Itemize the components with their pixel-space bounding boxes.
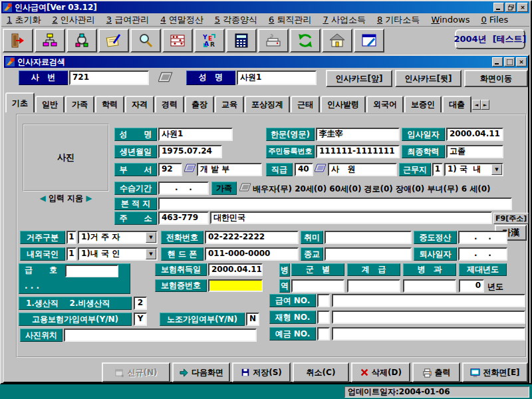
refresh-button[interactable] (290, 29, 321, 53)
memo-button[interactable] (98, 29, 129, 53)
minimize-button[interactable] (493, 3, 504, 12)
grade-field[interactable] (65, 265, 118, 277)
rank-code-field[interactable]: 40 (295, 163, 313, 176)
tab-item[interactable]: 외국어 (366, 96, 404, 112)
menu-item[interactable]: 1 초기화 (7, 14, 41, 26)
menu-item-windows[interactable]: Windows (431, 15, 469, 25)
tab-item[interactable]: 대출 (442, 96, 471, 112)
military-branch-field[interactable] (291, 279, 344, 293)
f9-address-button[interactable]: F9[주소] (493, 213, 529, 224)
menu-item[interactable]: 7 사업소득 (323, 14, 366, 26)
production-field[interactable]: 2 (134, 297, 147, 310)
chevron-down-icon[interactable]: ▼ (146, 232, 156, 243)
pay-no-code-field[interactable] (317, 294, 330, 307)
hire-date-field[interactable]: 2000.04.11 (446, 128, 503, 141)
exit-button[interactable] (3, 29, 33, 53)
save-button[interactable]: 저장(S) (232, 362, 291, 382)
nationality-dropdown[interactable]: 1)내 국 인▼ (78, 247, 158, 261)
probation-field[interactable]: . . (158, 182, 209, 195)
address-field[interactable]: 대한민국 (210, 211, 492, 224)
phone-field[interactable]: 02-222-2222 (205, 231, 299, 244)
union-field[interactable]: N (246, 313, 259, 326)
network-button[interactable] (66, 29, 97, 53)
deposit-no-code-field[interactable] (317, 327, 330, 340)
delete-button[interactable]: 삭제(D) (351, 362, 410, 382)
lookup-icon[interactable] (315, 164, 327, 173)
window-edit-button[interactable] (354, 29, 384, 53)
residence-code-field[interactable]: 1 (66, 231, 76, 244)
tab-item[interactable]: 포상징계 (245, 96, 290, 112)
card-back-button[interactable]: 인사카드[뒷] (395, 70, 462, 87)
dept-name-field[interactable]: 개 발 부 (197, 163, 262, 176)
chevron-down-icon[interactable]: ▼ (146, 249, 156, 259)
hanja-field[interactable]: 李圭宰 (316, 128, 400, 141)
edu-field[interactable]: 고졸 (446, 145, 503, 158)
tab-item[interactable]: 기초 (5, 92, 35, 112)
family-button[interactable]: 가족 (211, 182, 237, 195)
close-button[interactable]: × (517, 3, 528, 12)
military-class-field[interactable] (403, 279, 456, 293)
savings-no-code-field[interactable] (317, 311, 330, 324)
doc-maximize-button[interactable] (504, 57, 515, 66)
dept-code-field[interactable]: 92 (158, 163, 182, 176)
lookup-icon[interactable] (158, 72, 173, 83)
year-close-button[interactable]: YEAR (194, 29, 225, 53)
zip-field[interactable]: 463-779 (158, 211, 209, 225)
deposit-no-field[interactable] (332, 327, 525, 340)
doc-close-button[interactable]: × (516, 57, 527, 66)
hobby-field[interactable] (325, 231, 412, 244)
prev-screen-button[interactable]: 전화면[E] (462, 362, 528, 382)
tab-scroll-right-icon[interactable]: ► (481, 100, 489, 110)
rank-name-field[interactable]: 사 원 (328, 163, 397, 176)
print-button[interactable]: 출력 (412, 362, 460, 382)
home-button[interactable] (322, 29, 352, 53)
pay-no-field[interactable] (332, 294, 525, 307)
menu-item[interactable]: 3 급여관리 (106, 14, 149, 26)
duty-code-field[interactable]: 1 (432, 163, 443, 176)
religion-field[interactable] (325, 247, 412, 261)
menu-item[interactable]: 8 기타소득 (377, 14, 420, 26)
tab-item[interactable]: 인사발령 (321, 96, 366, 112)
tab-item[interactable]: 학력 (95, 96, 124, 112)
mobile-field[interactable]: 011-000-0000 (205, 247, 299, 261)
tab-item[interactable]: 일반 (35, 96, 65, 112)
tab-item[interactable]: 출장 (185, 96, 214, 112)
name-field[interactable]: 사원1 (158, 128, 233, 141)
doc-minimize-button[interactable] (492, 57, 503, 66)
print-setup-button[interactable] (258, 29, 289, 53)
tab-item[interactable]: 경력 (155, 96, 184, 112)
rrn-field[interactable]: 111111-1111111 (316, 145, 400, 158)
menu-item[interactable]: 6 퇴직관리 (269, 14, 311, 26)
org-chart-button[interactable] (35, 29, 65, 53)
nationality-code-field[interactable]: 1 (66, 247, 76, 261)
emp-no-field[interactable]: 721 (69, 70, 149, 85)
tab-item[interactable]: 가족 (65, 96, 94, 112)
resign-date-field[interactable]: . . (458, 247, 507, 261)
military-year-field[interactable]: 0 (459, 279, 484, 293)
calculator-button[interactable] (226, 29, 257, 53)
name-search-field[interactable]: 사원1 (237, 70, 317, 85)
lookup-icon[interactable] (239, 183, 251, 192)
origin-field[interactable] (158, 198, 512, 210)
abacus-button[interactable] (162, 29, 193, 53)
cancel-button[interactable]: 취소(C) (293, 362, 349, 382)
ins-date-field[interactable]: 2000.04.11 (208, 263, 263, 276)
duty-dropdown[interactable]: 1) 국 내▼ (444, 163, 503, 176)
menu-item[interactable]: 5 각종양식 (215, 14, 257, 26)
photo-next-icon[interactable]: ▶ (86, 194, 92, 203)
tab-item[interactable]: 교육 (215, 96, 244, 112)
savings-no-field[interactable] (332, 311, 525, 324)
photo-location-field[interactable] (64, 329, 257, 342)
next-screen-button[interactable]: 다음화면 (172, 362, 230, 382)
menu-item[interactable]: 2 인사관리 (52, 14, 94, 26)
settlement-field[interactable]: . . (458, 231, 507, 244)
lookup-icon[interactable] (184, 164, 196, 173)
tab-scroll-left-icon[interactable]: ◄ (472, 100, 481, 110)
card-front-button[interactable]: 인사카드[앞] (326, 70, 392, 87)
military-rank-field[interactable] (347, 279, 400, 293)
tab-item[interactable]: 보증인 (404, 96, 442, 112)
photo-prev-icon[interactable]: ◀ (39, 194, 45, 203)
move-screen-button[interactable]: 화면이동 (464, 70, 528, 87)
tab-item[interactable]: 자격 (125, 96, 154, 112)
tab-item[interactable]: 근태 (291, 96, 320, 112)
